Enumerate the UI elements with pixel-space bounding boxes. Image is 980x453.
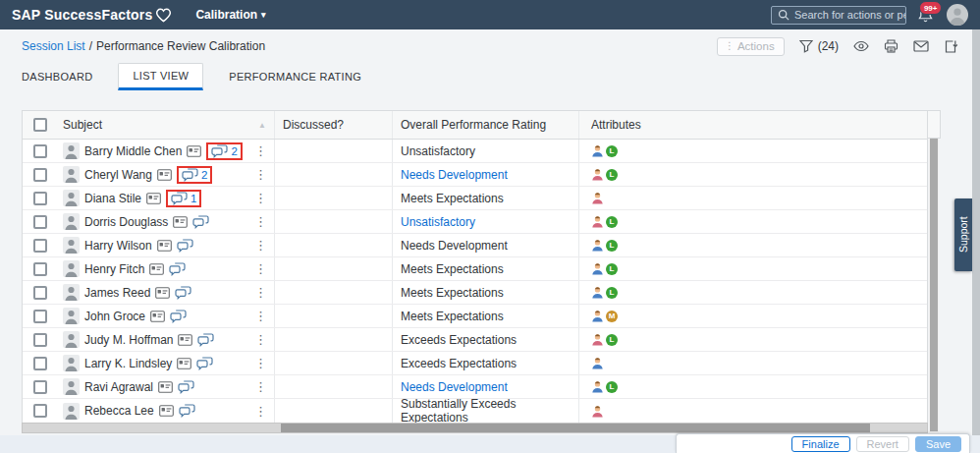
row-checkbox[interactable] (33, 215, 47, 229)
row-checkbox[interactable] (33, 333, 47, 347)
employee-card-icon[interactable] (177, 358, 191, 369)
horizontal-scrollbar-thumb[interactable] (281, 424, 870, 432)
gender-icon-male (591, 144, 604, 157)
table-row[interactable]: Larry K. Lindsley⋮Exceeds Expectations (23, 352, 927, 375)
printer-icon[interactable] (884, 39, 898, 53)
row-checkbox-cell (23, 352, 58, 374)
rating-value: Exceeds Expectations (401, 357, 517, 370)
export-icon[interactable] (944, 39, 958, 54)
table-row[interactable]: Judy M. Hoffman⋮Exceeds ExpectationsL (23, 328, 927, 352)
revert-button[interactable]: Revert (856, 436, 909, 452)
comments-button[interactable] (179, 404, 195, 418)
header-attributes[interactable]: Attributes (578, 111, 927, 139)
row-overflow-menu[interactable]: ⋮ (254, 168, 274, 181)
row-overflow-menu[interactable]: ⋮ (254, 380, 274, 393)
employee-card-icon[interactable] (155, 287, 170, 299)
table-row[interactable]: Rebecca Lee⋮Substantially Exceeds Expect… (23, 399, 927, 423)
row-checkbox[interactable] (33, 380, 47, 394)
subject-cell: James Reed⋮ (58, 281, 274, 304)
mail-icon[interactable] (913, 40, 929, 52)
row-overflow-menu[interactable]: ⋮ (254, 357, 274, 369)
tab-dashboard[interactable]: DASHBOARD (22, 63, 105, 90)
row-checkbox-cell (23, 328, 58, 351)
select-all-checkbox[interactable] (33, 118, 47, 132)
discussed-cell (274, 375, 392, 398)
employee-card-icon[interactable] (187, 145, 201, 157)
table-row[interactable]: Harry Wilson⋮Needs DevelopmentL (23, 234, 927, 257)
employee-card-icon[interactable] (158, 381, 173, 393)
breadcrumb-session-list-link[interactable]: Session List (22, 39, 85, 53)
employee-card-icon[interactable] (149, 263, 164, 275)
horizontal-scrollbar[interactable] (22, 423, 928, 433)
tab-list-view[interactable]: LIST VIEW (118, 63, 203, 90)
row-checkbox[interactable] (33, 310, 47, 323)
row-overflow-menu[interactable]: ⋮ (254, 286, 274, 299)
comments-button[interactable]: 2 (177, 166, 212, 184)
row-checkbox[interactable] (33, 239, 47, 253)
comments-button[interactable] (197, 333, 214, 347)
comments-button[interactable] (177, 239, 193, 253)
row-checkbox[interactable] (33, 192, 47, 205)
employee-card-icon[interactable] (157, 240, 172, 252)
rating-value[interactable]: Needs Development (401, 380, 508, 394)
header-discussed[interactable]: Discussed? (274, 111, 392, 139)
table-row[interactable]: Ravi Agrawal⋮Needs DevelopmentL (23, 375, 927, 399)
notifications-button[interactable]: 99+ (918, 7, 933, 23)
finalize-button[interactable]: Finalize (791, 436, 850, 452)
row-checkbox[interactable] (33, 262, 47, 276)
row-overflow-menu[interactable]: ⋮ (254, 239, 274, 252)
table-row[interactable]: Henry Fitch⋮Meets ExpectationsL (23, 257, 927, 281)
page-scrollbar[interactable] (972, 29, 980, 453)
row-checkbox[interactable] (33, 357, 47, 370)
employee-card-icon[interactable] (173, 216, 188, 228)
employee-card-icon[interactable] (178, 334, 192, 346)
user-avatar[interactable] (947, 4, 968, 26)
actions-button[interactable]: ⋮ Actions (717, 37, 785, 56)
employee-card-icon[interactable] (150, 311, 165, 322)
employee-card-icon[interactable] (146, 193, 161, 204)
vertical-scrollbar-thumb[interactable] (930, 139, 938, 431)
row-overflow-menu[interactable]: ⋮ (254, 144, 274, 157)
row-overflow-menu[interactable]: ⋮ (254, 310, 274, 322)
tab-list-view-label: LIST VIEW (133, 70, 189, 82)
comments-button[interactable] (196, 357, 213, 370)
row-checkbox[interactable] (33, 286, 47, 300)
employee-card-icon[interactable] (157, 169, 172, 181)
filter-button[interactable]: (24) (799, 39, 839, 53)
rating-value[interactable]: Needs Development (401, 168, 508, 182)
table-row[interactable]: Barry Middle Chen2⋮UnsatisfactoryL (23, 140, 927, 163)
comments-button[interactable] (178, 380, 194, 394)
row-overflow-menu[interactable]: ⋮ (254, 405, 274, 418)
employee-card-icon[interactable] (159, 405, 174, 417)
table-row[interactable]: Dorris Douglass⋮UnsatisfactoryL (23, 210, 927, 234)
rating-value[interactable]: Unsatisfactory (401, 215, 475, 229)
support-tab[interactable]: Support (954, 198, 972, 271)
module-menu[interactable]: Calibration ▾ (195, 8, 265, 22)
rating-cell: Exceeds Expectations (392, 328, 578, 351)
row-overflow-menu[interactable]: ⋮ (254, 333, 274, 346)
vertical-scrollbar[interactable] (929, 139, 939, 433)
row-overflow-menu[interactable]: ⋮ (254, 262, 274, 275)
table-row[interactable]: Cheryl Wang2⋮Needs DevelopmentL (23, 163, 927, 187)
search-input[interactable]: Search for actions or peo... (771, 6, 906, 25)
header-subject[interactable]: Subject ▲ (58, 111, 274, 139)
comments-button[interactable]: 1 (166, 190, 201, 207)
row-overflow-menu[interactable]: ⋮ (254, 215, 274, 228)
table-row[interactable]: James Reed⋮Meets ExpectationsL (23, 281, 927, 305)
row-checkbox[interactable] (33, 404, 47, 418)
tab-performance-rating[interactable]: PERFORMANCE RATING (216, 63, 374, 90)
comments-button[interactable] (175, 286, 191, 300)
table-row[interactable]: John Groce⋮Meets ExpectationsM (23, 305, 927, 328)
comments-button[interactable] (192, 215, 209, 229)
save-button[interactable]: Save (915, 436, 961, 452)
comments-icon (179, 404, 195, 418)
eye-icon[interactable] (853, 40, 869, 52)
row-checkbox[interactable] (33, 144, 47, 158)
header-rating[interactable]: Overall Performance Rating (392, 111, 578, 139)
comments-button[interactable] (169, 262, 186, 276)
table-row[interactable]: Diana Stile1⋮Meets Expectations (23, 187, 927, 210)
row-overflow-menu[interactable]: ⋮ (254, 192, 274, 204)
comments-button[interactable] (170, 310, 187, 323)
comments-button[interactable]: 2 (206, 142, 242, 160)
row-checkbox[interactable] (33, 168, 47, 182)
